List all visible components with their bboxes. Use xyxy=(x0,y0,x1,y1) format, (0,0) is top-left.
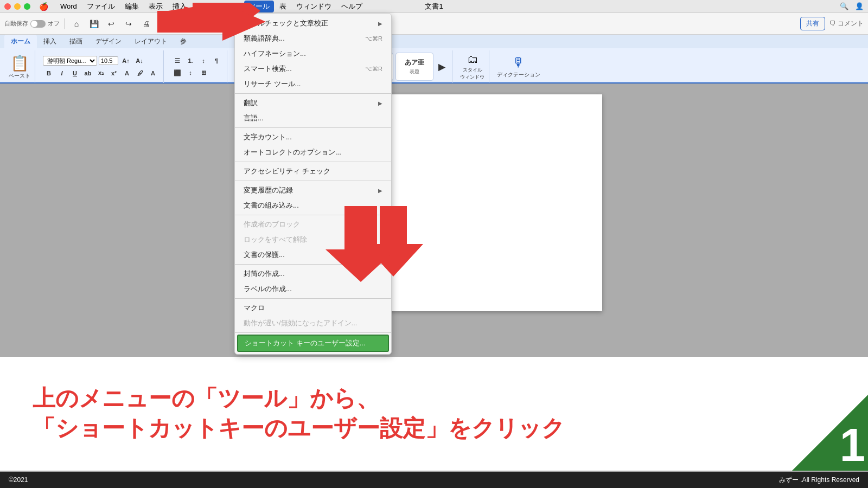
menu-protect-doc[interactable]: 文書の保護... xyxy=(235,247,391,262)
menu-unlock-all: ロックをすべて解除 xyxy=(235,232,391,247)
menu-embed-doc[interactable]: 文書の組み込み... xyxy=(235,198,391,213)
autosave-toggle[interactable] xyxy=(30,20,46,28)
style-title[interactable]: あア亜 表題 xyxy=(395,53,433,81)
strikethrough-button[interactable]: ab xyxy=(82,68,94,79)
font-row-1: 游明朝 Regu... A↑ A↓ xyxy=(43,55,159,66)
menu-autocorrect[interactable]: オートコレクトのオプション... xyxy=(235,145,391,160)
paragraph-mark-button[interactable]: ¶ xyxy=(210,55,222,66)
paragraph-group: ☰ 1. ↕ ¶ ⬛ ↕ ⊞ xyxy=(167,50,227,83)
font-group: 游明朝 Regu... A↑ A↓ B I U ab x₂ x² A xyxy=(39,50,164,83)
menu-spellcheck[interactable]: スペルチェックと文章校正 ▶ xyxy=(235,16,391,31)
menu-help[interactable]: ヘルプ xyxy=(337,1,367,12)
menu-word-count[interactable]: 文字カウント... xyxy=(235,130,391,145)
minimize-button[interactable] xyxy=(14,3,21,10)
italic-button[interactable]: I xyxy=(56,68,68,79)
ribbon-content: 📋 ペースト 游明朝 Regu... A↑ A↓ B xyxy=(0,48,868,85)
tools-menu: スペルチェックと文章校正 ▶ 類義語辞典... ⌥⌘R ハイフネーション... … xyxy=(234,13,392,355)
style-expand-button[interactable]: ▶ xyxy=(436,61,448,72)
user-icon[interactable]: 👤 xyxy=(855,2,864,10)
badge-number: 1 xyxy=(840,422,865,468)
menu-accessibility[interactable]: アクセシビリティ チェック xyxy=(235,164,391,179)
menu-author-block: 作成者のブロック xyxy=(235,217,391,232)
menu-smart-search[interactable]: スマート検索... ⌥⌘R xyxy=(235,61,391,76)
separator5 xyxy=(235,215,391,215)
main-layout: 🍎 Word ファイル 編集 表示 挿入 フォーマット ツール 表 ウィンドウ … xyxy=(0,0,868,488)
save-button[interactable]: 💾 xyxy=(86,16,101,31)
paste-area: 📋 ペースト xyxy=(9,54,30,80)
menu-shortcut-keys[interactable]: ショートカット キーのユーザー設定... xyxy=(237,335,389,352)
dictation-group: 🎙 ディクテーション xyxy=(493,50,545,83)
mic-icon[interactable]: 🎙 xyxy=(512,55,525,70)
tab-insert[interactable]: 挿入 xyxy=(37,35,63,48)
menu-tools[interactable]: ツール xyxy=(244,1,274,12)
font-grow-button[interactable]: A↑ xyxy=(120,55,132,66)
tab-design[interactable]: デザイン xyxy=(89,35,128,48)
comment-button[interactable]: 🗨 コメント xyxy=(829,19,864,28)
highlight-button[interactable]: 🖊 xyxy=(134,68,146,79)
separator2 xyxy=(235,127,391,128)
subscript-button[interactable]: x₂ xyxy=(95,68,107,79)
table-insert-button[interactable]: ⊞ xyxy=(197,67,209,78)
tab-home[interactable]: ホーム xyxy=(4,35,37,49)
sort-button[interactable]: ↕ xyxy=(197,55,209,66)
tab-layout[interactable]: レイアウト xyxy=(128,35,174,48)
format-buttons: B I U ab x₂ x² A 🖊 A xyxy=(43,68,159,79)
menu-table[interactable]: 表 xyxy=(275,1,291,12)
tab-reference[interactable]: 参 xyxy=(174,35,193,48)
title-bar: 🍎 Word ファイル 編集 表示 挿入 フォーマット ツール 表 ウィンドウ … xyxy=(0,0,868,13)
undo-button[interactable]: ↩ xyxy=(104,16,119,31)
rights: みずー .All Rights Reserved xyxy=(779,476,859,485)
footer: ©2021 みずー .All Rights Reserved xyxy=(0,472,868,488)
fullscreen-button[interactable] xyxy=(24,3,30,10)
menu-research-tools[interactable]: リサーチ ツール... xyxy=(235,76,391,92)
list-button[interactable]: ☰ xyxy=(171,55,183,66)
menu-envelope[interactable]: 封筒の作成... xyxy=(235,266,391,281)
menu-word[interactable]: Word xyxy=(56,1,81,11)
home-button[interactable]: ⌂ xyxy=(69,16,84,31)
style-window-group: 🗂 スタイルウィンドウ xyxy=(456,50,489,83)
font-name-select[interactable]: 游明朝 Regu... xyxy=(43,56,97,66)
traffic-lights xyxy=(4,3,30,10)
menu-file[interactable]: ファイル xyxy=(82,1,119,12)
separator7 xyxy=(235,298,391,299)
menu-label[interactable]: ラベルの作成... xyxy=(235,281,391,297)
menu-format[interactable]: フォーマット xyxy=(192,1,243,12)
bold-button[interactable]: B xyxy=(43,68,55,79)
menu-language[interactable]: 言語... xyxy=(235,111,391,126)
menu-track-changes[interactable]: 変更履歴の記録 ▶ xyxy=(235,183,391,198)
menu-slow-addins: 動作が遅い/無効になったアドイン... xyxy=(235,316,391,331)
font-color-button[interactable]: A xyxy=(121,68,133,79)
more-button[interactable]: ▶ xyxy=(156,16,171,31)
menu-thesaurus[interactable]: 類義語辞典... ⌥⌘R xyxy=(235,31,391,46)
numbering-button[interactable]: 1. xyxy=(184,55,196,66)
font-size-input[interactable] xyxy=(99,56,118,65)
menu-hyphenation[interactable]: ハイフネーション... xyxy=(235,46,391,61)
search-icon[interactable]: 🔍 xyxy=(840,2,848,10)
menu-translate[interactable]: 翻訳 ▶ xyxy=(235,95,391,111)
line-spacing-button[interactable]: ↕ xyxy=(184,67,196,78)
style-window-label: スタイルウィンドウ xyxy=(460,67,484,81)
redo-button[interactable]: ↪ xyxy=(121,16,136,31)
font-shrink-button[interactable]: A↓ xyxy=(133,55,145,66)
share-button[interactable]: 共有 xyxy=(800,17,825,30)
align-left-button[interactable]: ⬛ xyxy=(171,67,183,78)
paste-icon[interactable]: 📋 xyxy=(10,54,29,72)
menu-insert[interactable]: 挿入 xyxy=(168,1,191,12)
doc-title: 文書1 xyxy=(425,2,443,11)
menu-window[interactable]: ウィンドウ xyxy=(292,1,336,12)
print-button[interactable]: 🖨 xyxy=(138,16,154,31)
underline-button[interactable]: U xyxy=(69,68,81,79)
close-button[interactable] xyxy=(4,3,11,10)
menu-view[interactable]: 表示 xyxy=(144,1,167,12)
ribbon: ホーム 挿入 描画 デザイン レイアウト 参 📋 ペースト 游明朝 Regu. xyxy=(0,35,868,84)
instruction-area: 上のメニューの「ツール」から、 「ショートカットキーのユーザー設定」をクリック xyxy=(0,357,868,471)
paste-group: 📋 ペースト xyxy=(4,50,35,83)
style-window-icon[interactable]: 🗂 xyxy=(467,53,478,66)
menu-macro[interactable]: マクロ xyxy=(235,300,391,316)
text-color-button[interactable]: A xyxy=(147,68,159,79)
apple-logo[interactable]: 🍎 xyxy=(39,2,48,11)
mic-label: ディクテーション xyxy=(497,71,540,79)
superscript-button[interactable]: x² xyxy=(108,68,120,79)
menu-edit[interactable]: 編集 xyxy=(120,1,143,12)
tab-draw[interactable]: 描画 xyxy=(63,35,89,48)
